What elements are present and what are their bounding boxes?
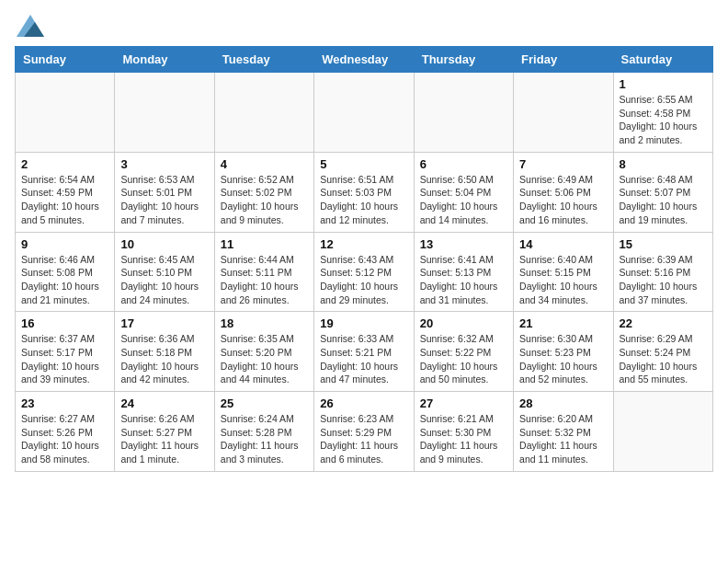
calendar-cell: 18Sunrise: 6:35 AM Sunset: 5:20 PM Dayli… <box>214 312 313 392</box>
calendar-cell: 1Sunrise: 6:55 AM Sunset: 4:58 PM Daylig… <box>613 73 712 153</box>
calendar-cell: 15Sunrise: 6:39 AM Sunset: 5:16 PM Dayli… <box>613 232 712 312</box>
calendar-cell <box>414 73 513 153</box>
calendar-cell <box>613 392 712 472</box>
day-info: Sunrise: 6:43 AM Sunset: 5:12 PM Dayligh… <box>320 253 407 307</box>
calendar-cell: 19Sunrise: 6:33 AM Sunset: 5:21 PM Dayli… <box>314 312 414 392</box>
weekday-header-row: SundayMondayTuesdayWednesdayThursdayFrid… <box>16 47 713 73</box>
calendar-cell: 23Sunrise: 6:27 AM Sunset: 5:26 PM Dayli… <box>16 392 115 472</box>
day-info: Sunrise: 6:35 AM Sunset: 5:20 PM Dayligh… <box>221 332 308 386</box>
weekday-header-tuesday: Tuesday <box>214 47 313 73</box>
calendar-cell: 7Sunrise: 6:49 AM Sunset: 5:06 PM Daylig… <box>514 152 613 232</box>
day-info: Sunrise: 6:29 AM Sunset: 5:24 PM Dayligh… <box>620 332 707 386</box>
day-number: 25 <box>221 396 308 410</box>
calendar-cell: 11Sunrise: 6:44 AM Sunset: 5:11 PM Dayli… <box>214 232 313 312</box>
day-number: 13 <box>420 237 507 251</box>
day-info: Sunrise: 6:32 AM Sunset: 5:22 PM Dayligh… <box>420 332 507 386</box>
calendar-cell: 3Sunrise: 6:53 AM Sunset: 5:01 PM Daylig… <box>115 152 214 232</box>
day-info: Sunrise: 6:21 AM Sunset: 5:30 PM Dayligh… <box>420 412 507 466</box>
weekday-header-monday: Monday <box>115 47 214 73</box>
day-number: 6 <box>420 157 507 171</box>
day-info: Sunrise: 6:41 AM Sunset: 5:13 PM Dayligh… <box>420 253 507 307</box>
week-row-3: 9Sunrise: 6:46 AM Sunset: 5:08 PM Daylig… <box>16 232 713 312</box>
day-info: Sunrise: 6:53 AM Sunset: 5:01 PM Dayligh… <box>120 173 208 227</box>
day-number: 20 <box>420 316 507 330</box>
day-info: Sunrise: 6:51 AM Sunset: 5:03 PM Dayligh… <box>320 173 407 227</box>
calendar-cell: 13Sunrise: 6:41 AM Sunset: 5:13 PM Dayli… <box>414 232 513 312</box>
day-info: Sunrise: 6:50 AM Sunset: 5:04 PM Dayligh… <box>420 173 507 227</box>
day-number: 21 <box>519 316 607 330</box>
day-info: Sunrise: 6:24 AM Sunset: 5:28 PM Dayligh… <box>221 412 308 466</box>
calendar-cell: 28Sunrise: 6:20 AM Sunset: 5:32 PM Dayli… <box>514 392 613 472</box>
calendar-cell: 22Sunrise: 6:29 AM Sunset: 5:24 PM Dayli… <box>613 312 712 392</box>
day-number: 10 <box>120 237 208 251</box>
week-row-1: 1Sunrise: 6:55 AM Sunset: 4:58 PM Daylig… <box>16 73 713 153</box>
logo <box>15 15 44 37</box>
weekday-header-friday: Friday <box>514 47 613 73</box>
day-number: 3 <box>120 157 208 171</box>
day-info: Sunrise: 6:27 AM Sunset: 5:26 PM Dayligh… <box>21 412 108 466</box>
day-info: Sunrise: 6:20 AM Sunset: 5:32 PM Dayligh… <box>519 412 607 466</box>
calendar-cell: 8Sunrise: 6:48 AM Sunset: 5:07 PM Daylig… <box>613 152 712 232</box>
day-number: 8 <box>620 157 707 171</box>
day-info: Sunrise: 6:49 AM Sunset: 5:06 PM Dayligh… <box>519 173 607 227</box>
weekday-header-saturday: Saturday <box>613 47 712 73</box>
day-info: Sunrise: 6:54 AM Sunset: 4:59 PM Dayligh… <box>21 173 108 227</box>
week-row-4: 16Sunrise: 6:37 AM Sunset: 5:17 PM Dayli… <box>16 312 713 392</box>
day-info: Sunrise: 6:45 AM Sunset: 5:10 PM Dayligh… <box>120 253 208 307</box>
day-number: 28 <box>519 396 607 410</box>
day-info: Sunrise: 6:23 AM Sunset: 5:29 PM Dayligh… <box>320 412 407 466</box>
day-number: 23 <box>21 396 108 410</box>
day-number: 9 <box>21 237 108 251</box>
day-info: Sunrise: 6:26 AM Sunset: 5:27 PM Dayligh… <box>120 412 208 466</box>
day-number: 11 <box>221 237 308 251</box>
calendar-cell: 9Sunrise: 6:46 AM Sunset: 5:08 PM Daylig… <box>16 232 115 312</box>
calendar-cell <box>16 73 115 153</box>
day-info: Sunrise: 6:44 AM Sunset: 5:11 PM Dayligh… <box>221 253 308 307</box>
calendar-cell <box>214 73 313 153</box>
day-number: 17 <box>120 316 208 330</box>
day-number: 14 <box>519 237 607 251</box>
calendar-cell: 26Sunrise: 6:23 AM Sunset: 5:29 PM Dayli… <box>314 392 414 472</box>
day-number: 15 <box>620 237 707 251</box>
calendar-cell: 24Sunrise: 6:26 AM Sunset: 5:27 PM Dayli… <box>115 392 214 472</box>
day-number: 12 <box>320 237 407 251</box>
calendar-cell: 16Sunrise: 6:37 AM Sunset: 5:17 PM Dayli… <box>16 312 115 392</box>
calendar-cell <box>514 73 613 153</box>
calendar-cell: 14Sunrise: 6:40 AM Sunset: 5:15 PM Dayli… <box>514 232 613 312</box>
weekday-header-sunday: Sunday <box>16 47 115 73</box>
day-info: Sunrise: 6:30 AM Sunset: 5:23 PM Dayligh… <box>519 332 607 386</box>
day-number: 24 <box>120 396 208 410</box>
day-info: Sunrise: 6:33 AM Sunset: 5:21 PM Dayligh… <box>320 332 407 386</box>
day-number: 2 <box>21 157 108 171</box>
logo-icon <box>17 15 44 37</box>
calendar-cell: 21Sunrise: 6:30 AM Sunset: 5:23 PM Dayli… <box>514 312 613 392</box>
calendar-cell: 4Sunrise: 6:52 AM Sunset: 5:02 PM Daylig… <box>214 152 313 232</box>
calendar-cell: 27Sunrise: 6:21 AM Sunset: 5:30 PM Dayli… <box>414 392 513 472</box>
day-number: 22 <box>620 316 707 330</box>
day-info: Sunrise: 6:52 AM Sunset: 5:02 PM Dayligh… <box>221 173 308 227</box>
day-info: Sunrise: 6:39 AM Sunset: 5:16 PM Dayligh… <box>620 253 707 307</box>
day-number: 5 <box>320 157 407 171</box>
weekday-header-wednesday: Wednesday <box>314 47 414 73</box>
day-number: 1 <box>620 77 707 91</box>
weekday-header-thursday: Thursday <box>414 47 513 73</box>
header <box>15 15 713 37</box>
day-number: 26 <box>320 396 407 410</box>
calendar-cell: 25Sunrise: 6:24 AM Sunset: 5:28 PM Dayli… <box>214 392 313 472</box>
calendar-cell: 17Sunrise: 6:36 AM Sunset: 5:18 PM Dayli… <box>115 312 214 392</box>
calendar-cell: 6Sunrise: 6:50 AM Sunset: 5:04 PM Daylig… <box>414 152 513 232</box>
day-info: Sunrise: 6:37 AM Sunset: 5:17 PM Dayligh… <box>21 332 108 386</box>
day-number: 27 <box>420 396 507 410</box>
calendar-cell <box>314 73 414 153</box>
day-number: 19 <box>320 316 407 330</box>
day-number: 18 <box>221 316 308 330</box>
week-row-5: 23Sunrise: 6:27 AM Sunset: 5:26 PM Dayli… <box>16 392 713 472</box>
day-number: 7 <box>519 157 607 171</box>
calendar-cell: 12Sunrise: 6:43 AM Sunset: 5:12 PM Dayli… <box>314 232 414 312</box>
day-info: Sunrise: 6:36 AM Sunset: 5:18 PM Dayligh… <box>120 332 208 386</box>
week-row-2: 2Sunrise: 6:54 AM Sunset: 4:59 PM Daylig… <box>16 152 713 232</box>
day-number: 4 <box>221 157 308 171</box>
day-info: Sunrise: 6:48 AM Sunset: 5:07 PM Dayligh… <box>620 173 707 227</box>
day-info: Sunrise: 6:46 AM Sunset: 5:08 PM Dayligh… <box>21 253 108 307</box>
calendar-cell: 10Sunrise: 6:45 AM Sunset: 5:10 PM Dayli… <box>115 232 214 312</box>
